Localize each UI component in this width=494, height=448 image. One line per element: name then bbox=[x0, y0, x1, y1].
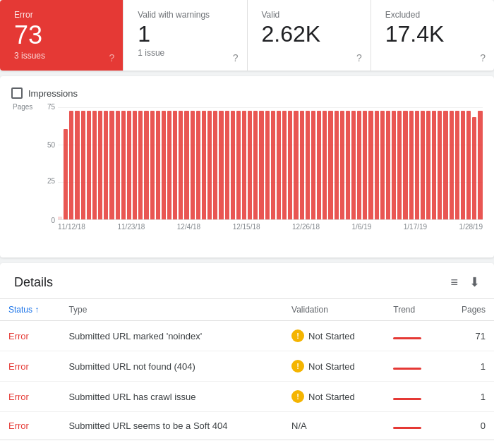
card-label: Valid with warnings bbox=[138, 10, 232, 20]
valid-card[interactable]: Valid 2.62K ? bbox=[248, 0, 371, 71]
bar bbox=[121, 111, 126, 219]
help-icon[interactable]: ? bbox=[233, 52, 239, 63]
y-tick-75: 75 bbox=[47, 103, 55, 111]
bar bbox=[81, 111, 85, 219]
details-section: Details ≡ ⬇ Status ↑ Type Validation Tre… bbox=[0, 263, 494, 448]
cell-type: Submitted URL marked 'noindex' bbox=[60, 321, 283, 351]
cell-status[interactable]: Error bbox=[0, 412, 60, 440]
bar bbox=[397, 111, 402, 219]
chart-section: Impressions Pages 75 50 25 0 11/12/1811/… bbox=[0, 76, 494, 258]
bar bbox=[207, 111, 212, 219]
details-title: Details bbox=[14, 275, 53, 290]
cell-status[interactable]: Error bbox=[0, 351, 60, 382]
x-label: 12/15/18 bbox=[233, 223, 260, 231]
bar bbox=[472, 117, 476, 219]
cell-trend bbox=[385, 351, 442, 382]
bar bbox=[443, 111, 447, 219]
impressions-checkbox[interactable] bbox=[11, 87, 23, 99]
bar bbox=[392, 111, 396, 219]
cell-status[interactable]: Error bbox=[0, 382, 60, 412]
y-axis-pages-label: Pages bbox=[13, 103, 32, 111]
chart-area: Pages 75 50 25 0 11/12/1811/23/1812/4/18… bbox=[11, 107, 483, 250]
help-icon[interactable]: ? bbox=[109, 52, 114, 63]
bar bbox=[438, 111, 442, 219]
bar bbox=[196, 111, 200, 219]
validation-text: N/A bbox=[291, 420, 307, 431]
col-validation[interactable]: Validation bbox=[283, 299, 385, 321]
bar bbox=[340, 111, 344, 219]
col-type[interactable]: Type bbox=[60, 299, 283, 321]
details-table: Status ↑ Type Validation Trend Pages Err… bbox=[0, 299, 494, 440]
validation-warning-icon: ! bbox=[291, 329, 304, 342]
filter-icon[interactable]: ≡ bbox=[450, 275, 458, 290]
bar bbox=[92, 111, 97, 219]
bar bbox=[478, 111, 482, 219]
bar bbox=[363, 111, 367, 219]
table-row: ErrorSubmitted URL marked 'noindex'!Not … bbox=[0, 321, 494, 351]
help-icon[interactable]: ? bbox=[356, 52, 362, 63]
bar bbox=[357, 111, 361, 219]
card-value: 73 bbox=[14, 23, 109, 48]
validation-text: Not Started bbox=[308, 392, 355, 402]
bar bbox=[109, 111, 114, 219]
table-row: ErrorSubmitted URL has crawl issue!Not S… bbox=[0, 382, 494, 412]
bar bbox=[236, 111, 241, 219]
cell-trend bbox=[385, 382, 442, 412]
bar bbox=[259, 111, 263, 219]
bar bbox=[461, 111, 465, 219]
help-icon[interactable]: ? bbox=[480, 52, 486, 63]
bar bbox=[466, 111, 471, 219]
cell-status[interactable]: Error bbox=[0, 321, 60, 351]
trend-line bbox=[393, 427, 421, 429]
cell-validation: N/A bbox=[283, 412, 385, 440]
bar bbox=[409, 111, 414, 219]
bar bbox=[323, 111, 327, 219]
card-value: 2.62K bbox=[262, 23, 356, 45]
x-label: 11/23/18 bbox=[117, 223, 145, 231]
bar bbox=[231, 111, 235, 219]
bar bbox=[116, 111, 120, 219]
bar bbox=[98, 111, 102, 219]
bar bbox=[306, 111, 310, 219]
bar bbox=[150, 111, 155, 219]
download-icon[interactable]: ⬇ bbox=[469, 274, 480, 290]
bar bbox=[173, 111, 177, 219]
bar bbox=[225, 111, 229, 219]
bar bbox=[386, 111, 390, 219]
valid-warnings-card[interactable]: Valid with warnings 1 1 issue ? bbox=[124, 0, 247, 71]
bar bbox=[167, 111, 171, 219]
cell-pages: 0 bbox=[442, 412, 494, 440]
cell-validation: !Not Started bbox=[283, 351, 385, 382]
bar bbox=[403, 111, 407, 219]
bar bbox=[64, 129, 68, 219]
y-tick-0: 0 bbox=[51, 217, 55, 224]
col-status[interactable]: Status ↑ bbox=[0, 299, 60, 321]
validation-warning-icon: ! bbox=[291, 390, 304, 403]
bar bbox=[311, 111, 315, 219]
error-card[interactable]: Error 73 3 issues ? bbox=[0, 0, 124, 71]
bar bbox=[335, 111, 339, 219]
bar bbox=[75, 111, 79, 219]
x-label: 1/28/19 bbox=[459, 223, 483, 231]
bar bbox=[179, 111, 183, 219]
bar bbox=[421, 111, 425, 219]
bar bbox=[346, 111, 350, 219]
bar bbox=[328, 111, 332, 219]
cell-pages: 71 bbox=[442, 321, 494, 351]
bar bbox=[104, 111, 108, 219]
cell-type: Submitted URL not found (404) bbox=[60, 351, 283, 382]
excluded-card[interactable]: Excluded 17.4K ? bbox=[371, 0, 494, 71]
bar bbox=[450, 111, 454, 219]
bar bbox=[248, 111, 252, 219]
bar bbox=[375, 111, 379, 219]
bar bbox=[432, 111, 436, 219]
impressions-label: Impressions bbox=[28, 88, 78, 99]
top-cards: Error 73 3 issues ? Valid with warnings … bbox=[0, 0, 494, 71]
bar bbox=[87, 111, 91, 219]
x-label: 11/12/18 bbox=[58, 223, 85, 231]
col-trend[interactable]: Trend bbox=[385, 299, 442, 321]
y-tick-50: 50 bbox=[47, 141, 55, 149]
bar bbox=[144, 111, 148, 219]
bar bbox=[300, 111, 304, 219]
bar bbox=[184, 111, 188, 219]
